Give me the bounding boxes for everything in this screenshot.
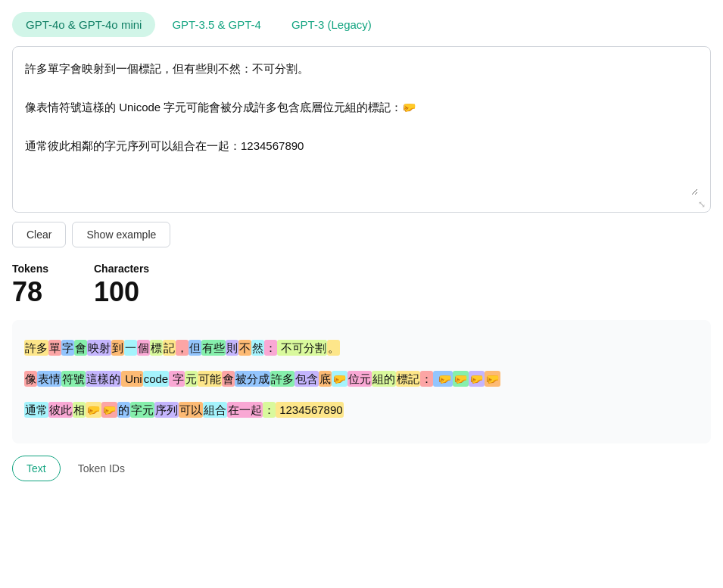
token: 像: [24, 371, 37, 387]
token: 但: [189, 340, 201, 356]
tab-gpt4o[interactable]: GPT-4o & GPT-4o mini: [12, 12, 155, 37]
token: 🤛: [485, 371, 500, 387]
input-area: 許多單字會映射到一個標記，但有些則不然：不可分割。 像表情符號這樣的 Unico…: [12, 46, 711, 213]
token: 會: [74, 340, 87, 356]
token: 會: [222, 371, 235, 387]
token: 。: [327, 340, 340, 356]
token: 在一起: [227, 402, 263, 418]
characters-value: 100: [94, 276, 149, 308]
token: 許多: [270, 371, 294, 387]
token: 🤛: [453, 371, 469, 387]
token: 1234567890: [276, 402, 344, 418]
token: ，: [176, 340, 189, 356]
model-tabs: GPT-4o & GPT-4o mini GPT-3.5 & GPT-4 GPT…: [12, 12, 711, 37]
token: 一: [124, 340, 137, 356]
token: 則: [226, 340, 238, 356]
token: 🤛: [86, 402, 101, 418]
token: ：: [264, 340, 277, 356]
token: 的: [117, 402, 130, 418]
token-line-2: 像表情符號這樣的 Unicode 字元可能會被分成許多包含底🤛位元組的標記： 🤛…: [24, 366, 699, 391]
tab-gpt35[interactable]: GPT-3.5 & GPT-4: [158, 12, 275, 37]
token: 組的: [372, 371, 396, 387]
token: 表情: [37, 371, 61, 387]
token: 相: [73, 402, 86, 418]
token: 包含: [294, 371, 319, 387]
token: 元: [185, 371, 198, 387]
token: 符號: [61, 371, 86, 387]
token-line-3: 通常彼此相🤛🤛的字元序列可以組合在一起： 1234567890: [24, 397, 699, 422]
token: 位元: [347, 371, 372, 387]
tokens-value: 78: [12, 276, 48, 308]
action-buttons: Clear Show example: [12, 222, 711, 247]
token: 到: [111, 340, 124, 356]
tab-token-ids[interactable]: Token IDs: [64, 456, 139, 481]
token: ：: [263, 402, 276, 418]
token: 標記: [396, 371, 420, 387]
text-input[interactable]: 許多單字會映射到一個標記，但有些則不然：不可分割。 像表情符號這樣的 Unico…: [25, 59, 698, 195]
token: 然: [251, 340, 264, 356]
token: 個: [137, 340, 150, 356]
token: 🤛: [332, 371, 347, 387]
token: 🤛: [433, 371, 452, 387]
token: 標: [150, 340, 163, 356]
token-line-1: 許多單字會映射到一個標記，但有些則不然： 不可分割。: [24, 335, 699, 360]
token: 單: [48, 340, 61, 356]
token: code: [143, 371, 170, 387]
tokens-stat: Tokens 78: [12, 263, 48, 308]
characters-stat: Characters 100: [94, 263, 149, 308]
token: 組合: [203, 402, 227, 418]
tab-text[interactable]: Text: [12, 456, 61, 481]
token: Uni: [121, 371, 143, 387]
token: 底: [319, 371, 332, 387]
show-example-button[interactable]: Show example: [72, 222, 170, 247]
token: 這樣的: [86, 371, 121, 387]
stats-row: Tokens 78 Characters 100: [12, 263, 711, 308]
token: 不可分割: [277, 340, 327, 356]
characters-label: Characters: [94, 263, 149, 275]
clear-button[interactable]: Clear: [12, 222, 66, 247]
token: 字元: [130, 402, 154, 418]
view-tabs: Text Token IDs: [12, 456, 711, 481]
token: 通常: [24, 402, 48, 418]
tab-gpt3[interactable]: GPT-3 (Legacy): [278, 12, 385, 37]
token: 可能: [198, 371, 222, 387]
token: 許多: [24, 340, 48, 356]
token: 🤛: [469, 371, 485, 387]
token: 記: [163, 340, 176, 356]
token: 序列: [154, 402, 179, 418]
token: 有些: [201, 340, 226, 356]
token: ：: [420, 371, 433, 387]
token: 映射: [87, 340, 111, 356]
token: 字: [169, 371, 185, 387]
token: 字: [61, 340, 74, 356]
token: 可以: [179, 402, 203, 418]
token: 被分成: [235, 371, 270, 387]
tokens-label: Tokens: [12, 263, 48, 275]
token: 🤛: [101, 402, 117, 418]
token: 彼此: [48, 402, 73, 418]
resize-handle: ⤡: [698, 200, 707, 209]
token-display: 許多單字會映射到一個標記，但有些則不然： 不可分割。 像表情符號這樣的 Unic…: [12, 320, 711, 443]
token: 不: [238, 340, 251, 356]
